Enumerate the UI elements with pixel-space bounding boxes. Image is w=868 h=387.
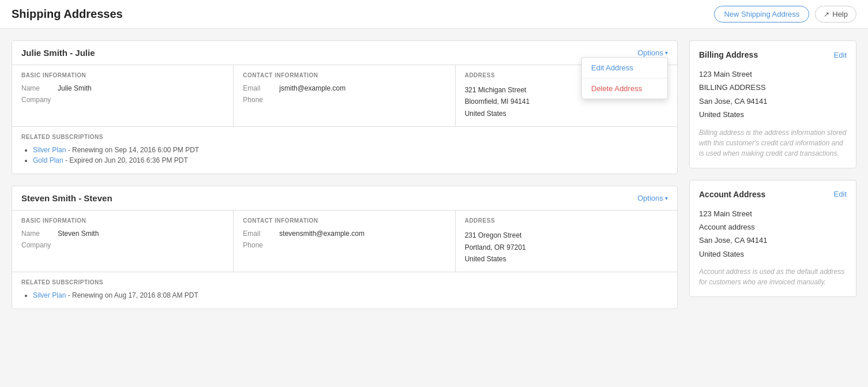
subscription-rest-1-0: - Renewing on Sep 14, 2016 6:00 PM PDT <box>66 146 199 154</box>
email-label-1: Email <box>243 84 275 92</box>
subscriptions-section-1: RELATED SUBSCRIPTIONS Silver Plan - Rene… <box>12 127 677 174</box>
edit-address-item-1[interactable]: Edit Address <box>582 58 667 78</box>
account-address-text: 123 Main Street Account address San Jose… <box>699 207 847 261</box>
subscriptions-section-2: RELATED SUBSCRIPTIONS Silver Plan - Rene… <box>12 272 677 309</box>
subscription-link-1-1[interactable]: Gold Plan <box>33 156 63 164</box>
subscription-item-2-0: Silver Plan - Renewing on Aug 17, 2016 8… <box>33 291 668 299</box>
options-button-2[interactable]: Options ▾ <box>637 194 668 202</box>
account-address-card: Account Address Edit 123 Main Street Acc… <box>689 180 856 298</box>
name-value-2: Steven Smith <box>58 230 99 238</box>
address-card-1-title: Julie Smith - Julie <box>21 48 95 58</box>
chevron-down-icon-2: ▾ <box>665 195 668 201</box>
contact-info-title-1: CONTACT INFORMATION <box>243 72 445 78</box>
phone-row-1: Phone <box>243 96 445 104</box>
email-value-1: jsmith@example.com <box>279 84 345 92</box>
subscription-list-2: Silver Plan - Renewing on Aug 17, 2016 8… <box>21 291 668 299</box>
billing-address-note: Billing address is the address informati… <box>699 127 847 159</box>
contact-info-title-2: CONTACT INFORMATION <box>243 217 445 224</box>
company-label-2: Company <box>21 241 53 249</box>
account-address-note: Account address is used as the default a… <box>699 266 847 287</box>
options-dropdown-container-2: Options ▾ <box>637 194 668 202</box>
left-panel: Julie Smith - Julie Options ▾ Edit Addre… <box>12 40 678 309</box>
name-value-1: Julie Smith <box>58 84 92 92</box>
subscription-item-1-1: Gold Plan - Expired on Jun 20, 2016 6:36… <box>33 156 668 164</box>
help-button[interactable]: ↗ Help <box>815 6 856 22</box>
subscription-rest-1-1: - Expired on Jun 20, 2016 6:36 PM PDT <box>63 156 188 164</box>
subscription-rest-2-0: - Renewing on Aug 17, 2016 8:08 AM PDT <box>66 291 198 299</box>
billing-address-text: 123 Main Street BILLING ADDRESS San Jose… <box>699 67 847 122</box>
options-dropdown-menu-1: Edit Address Delete Address <box>581 57 668 99</box>
company-row-2: Company <box>21 241 224 249</box>
phone-row-2: Phone <box>243 241 445 249</box>
billing-address-header: Billing Address Edit <box>699 50 847 59</box>
page-title: Shipping Addresses <box>12 7 123 21</box>
name-row-1: Name Julie Smith <box>21 84 224 92</box>
name-label-1: Name <box>21 84 53 92</box>
address-lines-2: 231 Oregon Street Portland, OR 97201 Uni… <box>465 230 668 265</box>
options-dropdown-container-1: Options ▾ Edit Address Delete Address <box>637 48 668 57</box>
contact-info-section-1: CONTACT INFORMATION Email jsmith@example… <box>234 65 455 126</box>
chevron-down-icon-1: ▾ <box>665 50 668 56</box>
contact-info-section-2: CONTACT INFORMATION Email stevensmith@ex… <box>234 211 455 272</box>
basic-info-title-2: BASIC INFORMATION <box>21 217 224 224</box>
top-bar-actions: New Shipping Address ↗ Help <box>714 6 856 22</box>
phone-label-2: Phone <box>243 241 275 249</box>
address-card-1: Julie Smith - Julie Options ▾ Edit Addre… <box>12 40 678 174</box>
address-card-2-title: Steven Smith - Steven <box>21 193 112 203</box>
email-label-2: Email <box>243 230 275 238</box>
company-label-1: Company <box>21 96 53 104</box>
main-content: Julie Smith - Julie Options ▾ Edit Addre… <box>0 29 868 321</box>
address-info-grid-2: BASIC INFORMATION Name Steven Smith Comp… <box>12 211 677 272</box>
address-card-2-header: Steven Smith - Steven Options ▾ <box>12 186 677 211</box>
new-shipping-address-button[interactable]: New Shipping Address <box>714 6 809 22</box>
address-info-grid-1: BASIC INFORMATION Name Julie Smith Compa… <box>12 65 677 127</box>
address-title-2: ADDRESS <box>465 217 668 224</box>
name-label-2: Name <box>21 230 53 238</box>
email-value-2: stevensmith@example.com <box>279 230 365 238</box>
account-address-edit-link[interactable]: Edit <box>834 190 847 198</box>
options-button-1[interactable]: Options ▾ <box>637 48 668 57</box>
right-panel: Billing Address Edit 123 Main Street BIL… <box>689 40 856 297</box>
basic-info-title-1: BASIC INFORMATION <box>21 72 224 78</box>
subscription-list-1: Silver Plan - Renewing on Sep 14, 2016 6… <box>21 146 668 164</box>
top-bar: Shipping Addresses New Shipping Address … <box>0 0 868 29</box>
email-row-2: Email stevensmith@example.com <box>243 230 445 238</box>
billing-address-edit-link[interactable]: Edit <box>834 51 847 59</box>
subscription-link-1-0[interactable]: Silver Plan <box>33 146 66 154</box>
name-row-2: Name Steven Smith <box>21 230 224 238</box>
account-address-header: Account Address Edit <box>699 190 847 199</box>
subscriptions-title-1: RELATED SUBSCRIPTIONS <box>21 134 668 140</box>
address-section-2: ADDRESS 231 Oregon Street Portland, OR 9… <box>456 211 677 272</box>
billing-address-title: Billing Address <box>699 50 758 59</box>
email-row-1: Email jsmith@example.com <box>243 84 445 92</box>
billing-address-card: Billing Address Edit 123 Main Street BIL… <box>689 40 856 168</box>
basic-info-section-1: BASIC INFORMATION Name Julie Smith Compa… <box>12 65 234 126</box>
company-row-1: Company <box>21 96 224 104</box>
account-address-title: Account Address <box>699 190 765 199</box>
phone-label-1: Phone <box>243 96 275 104</box>
address-card-2: Steven Smith - Steven Options ▾ BASIC IN… <box>12 186 678 309</box>
subscription-link-2-0[interactable]: Silver Plan <box>33 291 66 299</box>
subscription-item-1-0: Silver Plan - Renewing on Sep 14, 2016 6… <box>33 146 668 154</box>
delete-address-item-1[interactable]: Delete Address <box>582 78 667 99</box>
basic-info-section-2: BASIC INFORMATION Name Steven Smith Comp… <box>12 211 234 272</box>
subscriptions-title-2: RELATED SUBSCRIPTIONS <box>21 279 668 285</box>
external-link-icon: ↗ <box>824 10 829 18</box>
address-card-1-header: Julie Smith - Julie Options ▾ Edit Addre… <box>12 41 677 65</box>
